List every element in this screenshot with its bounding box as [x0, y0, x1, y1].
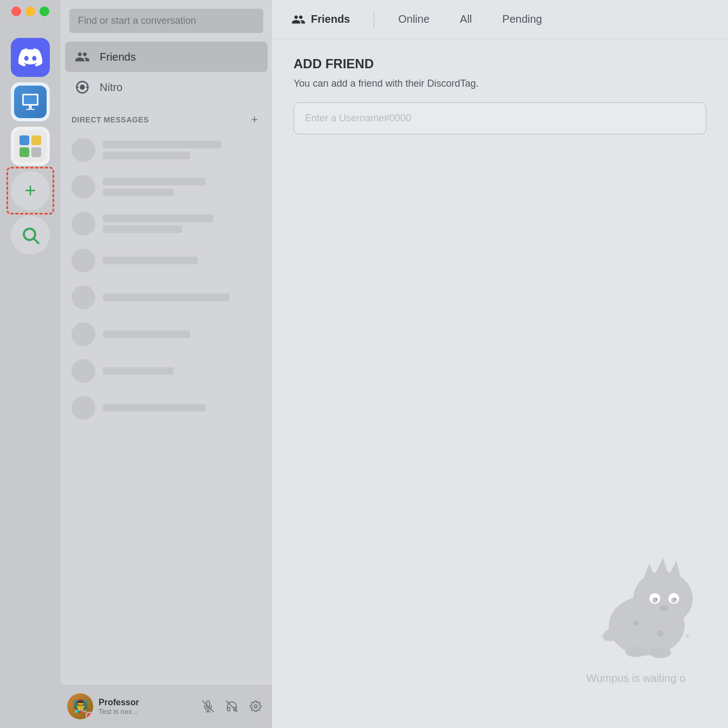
- dm-skeleton-line: [103, 404, 206, 412]
- svg-rect-3: [26, 109, 35, 110]
- all-header-item[interactable]: All: [453, 9, 478, 30]
- user-status-dot: [86, 712, 93, 719]
- list-item[interactable]: [65, 243, 268, 278]
- dm-section-title: DIRECT MESSAGES: [72, 115, 149, 124]
- dm-skeleton-line: [103, 257, 198, 264]
- window-controls: [11, 6, 49, 16]
- list-item[interactable]: [65, 391, 268, 425]
- add-friend-subtitle: You can add a friend with their DiscordT…: [294, 78, 706, 89]
- avatar-emoji: 👨‍🏫: [73, 699, 88, 713]
- friends-nav-item[interactable]: Friends: [65, 42, 268, 72]
- server-icon-1[interactable]: [11, 82, 50, 121]
- avatar: [72, 249, 95, 272]
- dm-nav-items: Friends Nitro: [61, 37, 272, 107]
- dm-skeleton-content: [103, 404, 261, 412]
- search-input[interactable]: [69, 9, 263, 33]
- svg-point-14: [254, 705, 257, 708]
- user-controls: [198, 697, 265, 716]
- dm-skeleton-content: [103, 178, 261, 196]
- dm-skeleton-content: [103, 367, 261, 375]
- svg-point-28: [657, 630, 664, 637]
- nitro-label: Nitro: [100, 81, 122, 94]
- avatar: [72, 285, 95, 309]
- list-item[interactable]: [65, 354, 268, 388]
- close-button[interactable]: [11, 6, 21, 16]
- dm-skeleton-line: [103, 152, 190, 159]
- mute-icon: [202, 700, 214, 712]
- add-server-button[interactable]: +: [11, 171, 50, 210]
- nitro-icon: [74, 79, 91, 96]
- wumpus-text: Wumpus is waiting o: [586, 672, 685, 685]
- discord-home-icon[interactable]: [11, 38, 50, 77]
- list-item[interactable]: [65, 280, 268, 315]
- server-icon-2[interactable]: [11, 127, 50, 166]
- search-icon: [21, 225, 40, 245]
- svg-line-13: [226, 701, 237, 712]
- dm-skeleton-line: [103, 188, 174, 196]
- deafen-button[interactable]: [222, 697, 242, 716]
- main-content: Friends Online All Pending ADD FRIEND Yo…: [272, 0, 728, 728]
- maximize-button[interactable]: [40, 6, 49, 16]
- avatar: 👨‍🏫: [67, 693, 93, 719]
- dm-sidebar-header: [61, 0, 272, 37]
- svg-marker-18: [655, 558, 668, 574]
- list-item[interactable]: [65, 206, 268, 241]
- add-dm-button[interactable]: +: [248, 113, 261, 126]
- dm-skeleton-line: [103, 178, 206, 185]
- settings-button[interactable]: [246, 697, 265, 716]
- explore-servers-button[interactable]: [11, 216, 50, 255]
- plus-icon: +: [24, 181, 36, 200]
- mute-button[interactable]: [198, 697, 218, 716]
- add-server-wrapper: +: [11, 171, 50, 210]
- username: Professor: [99, 698, 193, 707]
- dm-skeleton-content: [103, 330, 261, 338]
- dm-list: [61, 131, 272, 685]
- pending-header-item[interactable]: Pending: [496, 9, 548, 30]
- user-panel: 👨‍🏫 Professor Test is nex...: [61, 685, 272, 728]
- dm-skeleton-line: [103, 141, 222, 148]
- svg-point-31: [649, 647, 671, 658]
- minimize-button[interactable]: [25, 6, 35, 16]
- dm-section-header: DIRECT MESSAGES +: [61, 107, 272, 131]
- add-friend-input-container: [294, 102, 706, 134]
- dm-skeleton-content: [103, 141, 261, 159]
- avatar: [72, 396, 95, 420]
- svg-text:-o: -o: [601, 632, 608, 641]
- online-label: Online: [398, 13, 430, 25]
- avatar: [72, 175, 95, 199]
- avatar: [72, 359, 95, 383]
- dm-skeleton-content: [103, 214, 261, 233]
- main-body: ADD FRIEND You can add a friend with the…: [272, 39, 728, 728]
- nitro-nav-item[interactable]: Nitro: [65, 72, 268, 102]
- avatar: [72, 138, 95, 162]
- svg-marker-19: [668, 561, 680, 577]
- dm-skeleton-line: [103, 367, 174, 375]
- friends-icon: [74, 48, 91, 66]
- user-info: Professor Test is nex...: [99, 698, 193, 716]
- wumpus-illustration: × -o: [560, 544, 712, 664]
- friends-header-label: Friends: [311, 13, 350, 25]
- friends-header-item[interactable]: Friends: [285, 8, 356, 31]
- svg-line-5: [34, 239, 38, 243]
- add-friend-title: ADD FRIEND: [294, 56, 706, 72]
- svg-marker-17: [644, 563, 655, 577]
- dm-skeleton-content: [103, 294, 261, 301]
- avatar: [72, 212, 95, 236]
- server-sidebar: +: [0, 0, 61, 728]
- all-label: All: [460, 13, 472, 25]
- wumpus-area: × -o Wumpus is waiting o: [544, 544, 728, 685]
- main-header: Friends Online All Pending: [272, 0, 728, 39]
- svg-point-26: [660, 606, 668, 611]
- list-item[interactable]: [65, 133, 268, 167]
- svg-point-16: [633, 571, 693, 626]
- svg-text:×: ×: [685, 632, 690, 641]
- svg-point-30: [625, 646, 647, 657]
- list-item[interactable]: [65, 317, 268, 352]
- avatar: [72, 322, 95, 346]
- dm-skeleton-line: [103, 330, 190, 338]
- list-item[interactable]: [65, 170, 268, 204]
- online-header-item[interactable]: Online: [392, 9, 436, 30]
- pending-label: Pending: [502, 13, 542, 25]
- dm-skeleton-content: [103, 257, 261, 264]
- add-friend-input[interactable]: [294, 103, 706, 134]
